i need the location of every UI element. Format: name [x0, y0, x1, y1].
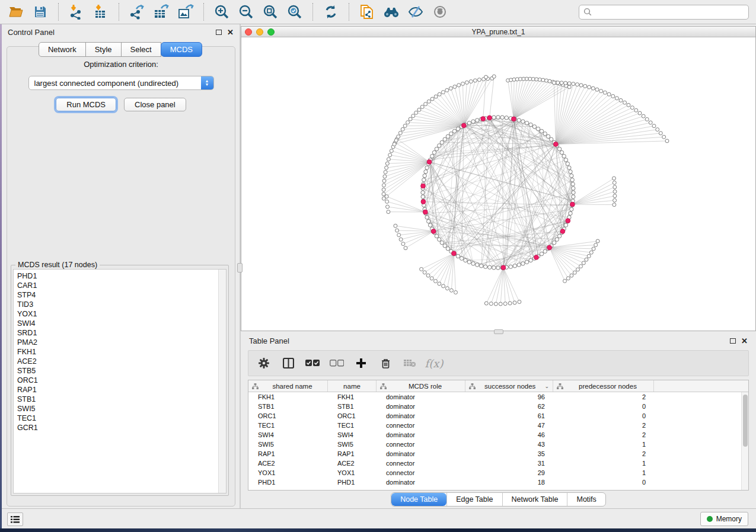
table-row[interactable]: YOX1YOX1connector291 — [248, 468, 748, 477]
add-column-icon[interactable] — [352, 353, 371, 373]
table-cell[interactable]: STB1 — [248, 403, 328, 410]
table-row[interactable]: ORC1ORC1dominator610 — [248, 411, 748, 421]
show-log-console-button[interactable] — [7, 512, 23, 526]
table-row[interactable]: FKH1FKH1dominator962 — [248, 392, 748, 402]
table-row[interactable]: RAP1RAP1dominator352 — [248, 449, 748, 459]
table-cell[interactable]: 0 — [553, 479, 654, 486]
mcds-result-item[interactable]: SWI5 — [17, 404, 218, 414]
table-cell[interactable]: 0 — [553, 412, 654, 419]
table-cell[interactable]: dominator — [377, 450, 465, 457]
save-session-icon[interactable] — [30, 2, 50, 21]
column-header-predecessor-nodes[interactable]: predecessor nodes — [553, 380, 654, 392]
table-cell[interactable]: RAP1 — [328, 450, 377, 457]
table-cell[interactable]: connector — [377, 441, 465, 448]
table-cell[interactable]: SWI4 — [248, 431, 328, 438]
table-row[interactable]: STB1STB1dominator620 — [248, 402, 748, 411]
network-canvas[interactable] — [241, 38, 755, 331]
mcds-result-item[interactable]: STB5 — [17, 366, 218, 376]
close-panel-icon[interactable]: ✕ — [227, 28, 234, 36]
search-network-icon[interactable] — [381, 2, 401, 21]
table-cell[interactable]: 61 — [465, 412, 553, 419]
refresh-layout-icon[interactable] — [321, 2, 341, 21]
table-cell[interactable]: dominator — [377, 393, 465, 400]
mcds-result-item[interactable]: TID3 — [17, 300, 218, 309]
export-network-icon[interactable] — [127, 2, 147, 21]
table-cell[interactable]: 2 — [553, 422, 654, 429]
table-cell[interactable]: 1 — [553, 460, 654, 467]
table-tab-motifs[interactable]: Motifs — [567, 493, 605, 506]
select-all-checkboxes-icon[interactable] — [303, 353, 322, 373]
tab-style[interactable]: Style — [85, 42, 122, 57]
close-table-panel-icon[interactable]: ✕ — [741, 337, 748, 345]
table-row[interactable]: ACE2ACE2connector311 — [248, 459, 748, 468]
clone-network-icon[interactable] — [357, 2, 377, 21]
table-cell[interactable]: connector — [377, 460, 465, 467]
column-header-shared-name[interactable]: shared name — [248, 380, 328, 392]
export-table-icon[interactable] — [151, 2, 171, 21]
horizontal-splitter-handle[interactable] — [494, 329, 503, 334]
table-tab-node-table[interactable]: Node Table — [391, 493, 446, 506]
show-columns-icon[interactable] — [279, 353, 298, 373]
table-options-gear-icon[interactable] — [254, 353, 273, 373]
mcds-result-list[interactable]: PHD1CAR1STP4TID3YOX1SWI4SRD1PMA2FKH1ACE2… — [14, 270, 218, 493]
table-cell[interactable]: dominator — [377, 431, 465, 438]
table-cell[interactable]: ORC1 — [328, 412, 377, 419]
table-cell[interactable]: STB1 — [328, 403, 377, 410]
table-row[interactable]: TEC1TEC1connector472 — [248, 421, 748, 430]
column-header-name[interactable]: name — [328, 380, 377, 392]
delete-columns-icon[interactable] — [376, 353, 395, 373]
table-cell[interactable]: 1 — [553, 469, 654, 476]
mcds-result-item[interactable]: TEC1 — [17, 414, 218, 423]
table-cell[interactable]: 2 — [553, 431, 654, 438]
table-cell[interactable]: FKH1 — [248, 393, 328, 400]
tab-select[interactable]: Select — [121, 42, 161, 57]
mcds-result-item[interactable]: ORC1 — [17, 376, 218, 385]
table-row[interactable]: SWI4SWI4dominator462 — [248, 430, 748, 440]
mcds-result-item[interactable]: RAP1 — [17, 385, 218, 395]
table-cell[interactable]: 0 — [553, 403, 654, 410]
table-cell[interactable]: SWI5 — [328, 441, 377, 448]
sort-chevron-icon[interactable]: ⌄ — [544, 383, 549, 389]
mcds-result-item[interactable]: CAR1 — [17, 281, 218, 290]
table-cell[interactable]: 47 — [465, 422, 553, 429]
mcds-result-item[interactable]: PMA2 — [17, 338, 218, 347]
table-cell[interactable]: SWI4 — [328, 431, 377, 438]
table-cell[interactable]: 62 — [465, 403, 553, 410]
mcds-result-item[interactable]: STP4 — [17, 290, 218, 300]
deselect-all-checkboxes-icon[interactable] — [327, 353, 346, 373]
table-cell[interactable]: YOX1 — [248, 469, 328, 476]
table-cell[interactable]: dominator — [377, 403, 465, 410]
mcds-result-item[interactable]: YOX1 — [17, 309, 218, 319]
zoom-fit-icon[interactable] — [260, 2, 280, 21]
table-cell[interactable]: 29 — [465, 469, 553, 476]
open-file-icon[interactable] — [6, 2, 26, 21]
zoom-selected-icon[interactable] — [285, 2, 305, 21]
table-cell[interactable]: TEC1 — [248, 422, 328, 429]
mcds-result-item[interactable]: FKH1 — [17, 347, 218, 357]
table-cell[interactable]: 2 — [553, 450, 654, 457]
table-cell[interactable]: 43 — [465, 441, 553, 448]
close-panel-button[interactable]: Close panel — [124, 98, 186, 111]
table-cell[interactable]: FKH1 — [328, 393, 377, 400]
table-cell[interactable]: RAP1 — [248, 450, 328, 457]
table-cell[interactable]: YOX1 — [328, 469, 377, 476]
table-cell[interactable]: PHD1 — [328, 479, 377, 486]
search-input[interactable] — [595, 8, 744, 16]
show-all-icon[interactable] — [430, 2, 450, 21]
float-table-panel-icon[interactable] — [730, 338, 736, 344]
table-cell[interactable]: connector — [377, 469, 465, 476]
mcds-result-item[interactable]: ACE2 — [17, 357, 218, 366]
table-cell[interactable]: connector — [377, 422, 465, 429]
float-window-icon[interactable] — [216, 30, 222, 35]
table-cell[interactable]: 18 — [465, 479, 553, 486]
table-body[interactable]: FKH1FKH1dominator962STB1STB1dominator620… — [248, 392, 748, 490]
zoom-out-icon[interactable] — [236, 2, 256, 21]
memory-button[interactable]: Memory — [700, 512, 748, 526]
table-cell[interactable]: 35 — [465, 450, 553, 457]
table-cell[interactable]: 2 — [553, 393, 654, 400]
table-cell[interactable]: SWI5 — [248, 441, 328, 448]
import-table-icon[interactable] — [91, 2, 111, 21]
criterion-dropdown[interactable]: largest connected component (undirected)… — [28, 76, 214, 90]
network-titlebar[interactable]: YPA_prune.txt_1 — [241, 27, 755, 37]
table-cell[interactable]: ACE2 — [328, 460, 377, 467]
